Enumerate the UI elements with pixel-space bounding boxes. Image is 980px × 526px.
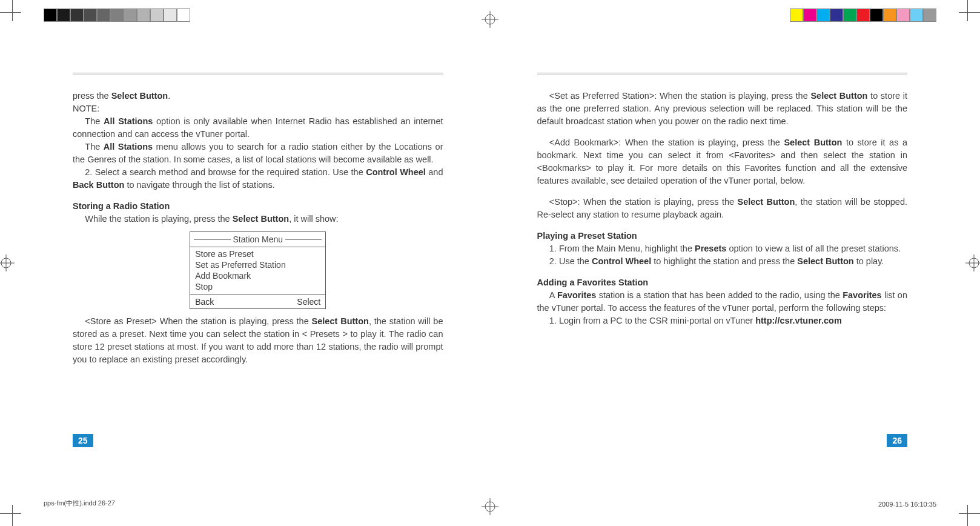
swatch [816,8,830,22]
swatch [97,8,110,22]
body-text: <Store as Preset> When the station is pl… [73,315,443,366]
note-label: NOTE: [73,102,443,115]
menu-item: Store as Preset [195,248,320,259]
station-menu-footer: Back Select [190,295,325,308]
body-text: <Set as Preferred Station>: When the sta… [537,90,908,128]
swatch [923,8,936,22]
registration-mark-icon [482,498,498,515]
page-number: 25 [73,434,93,447]
page-rule [73,73,443,75]
menu-item: Stop [195,281,320,292]
body-text: 1. From the Main Menu, highlight the Pre… [537,242,908,255]
body-text: 2. Use the Control Wheel to highlight th… [537,255,908,268]
section-heading: Storing a Radio Station [73,200,443,213]
swatch [803,8,816,22]
menu-item: Set as Preferred Station [195,259,320,270]
grayscale-color-bar [44,8,190,22]
body-text: While the station is playing, press the … [73,213,443,225]
body-text: The All Stations option is only availabl… [73,115,443,141]
station-menu-title: Station Menu [190,232,325,247]
swatch [830,8,843,22]
swatch [883,8,896,22]
swatch [164,8,177,22]
cmyk-color-bar [790,8,936,22]
swatch [84,8,97,22]
body-text: <Stop>: When the station is playing, pre… [537,196,908,221]
registration-mark-icon [0,255,15,271]
page-rule [537,73,908,75]
page-number: 26 [887,434,907,447]
body-text: 1. Login from a PC to the CSR mini-porta… [537,315,908,327]
swatch [177,8,190,22]
swatch [910,8,923,22]
swatch [110,8,124,22]
body-text: The All Stations menu allows you to sear… [73,141,443,166]
body-text: A Favorites station is a station that ha… [537,289,908,315]
station-menu-diagram: Station Menu Store as Preset Set as Pref… [190,231,326,309]
section-heading: Adding a Favorites Station [537,276,908,289]
swatch [870,8,883,22]
page-spread: press the Select Button. NOTE: The All S… [73,73,907,429]
select-label: Select [297,297,320,307]
swatch [856,8,870,22]
swatch [70,8,84,22]
swatch [137,8,150,22]
swatch [44,8,57,22]
footer-filename: pps-fm(中性).indd 26-27 [44,499,115,508]
footer-timestamp: 2009-11-5 16:10:35 [878,501,936,508]
page-left: press the Select Button. NOTE: The All S… [73,73,443,429]
body-text: <Add Bookmark>: When the station is play… [537,136,908,187]
swatch [843,8,856,22]
swatch [896,8,910,22]
swatch [790,8,803,22]
registration-mark-icon [965,255,980,271]
back-label: Back [195,297,214,307]
station-menu-items: Store as Preset Set as Preferred Station… [190,247,325,295]
page-right: <Set as Preferred Station>: When the sta… [537,73,908,429]
section-heading: Playing a Preset Station [537,230,908,242]
swatch [57,8,70,22]
swatch [124,8,137,22]
menu-item: Add Bookmark [195,270,320,281]
registration-mark-icon [482,11,498,28]
body-text: press the Select Button. [73,90,443,102]
body-text: 2. Select a search method and browse for… [73,166,443,191]
swatch [150,8,164,22]
